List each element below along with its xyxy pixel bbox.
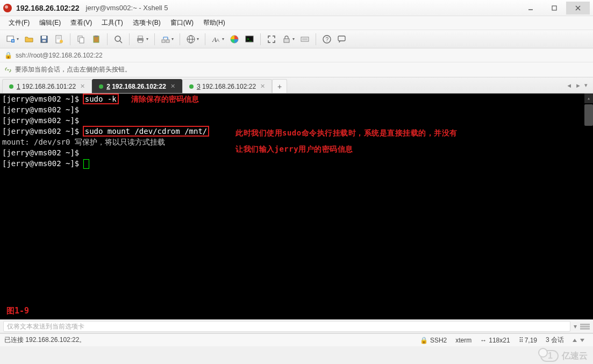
color-wheel-button[interactable]: [227, 32, 242, 47]
send-dropdown-icon[interactable]: ▾: [574, 323, 577, 330]
svg-text:A: A: [216, 38, 219, 43]
menu-window[interactable]: 窗口(W): [166, 17, 198, 29]
hint-bar: 要添加当前会话，点击左侧的箭头按钮。: [0, 62, 593, 77]
address-bar: 🔒 ssh://root@192.168.26.102:22: [0, 48, 593, 62]
status-dot-icon: [9, 84, 13, 89]
add-tab-button[interactable]: +: [272, 79, 287, 93]
menu-file[interactable]: 文件(F): [4, 17, 34, 29]
status-connection: 已连接 192.168.26.102:22。: [4, 336, 85, 345]
menu-bar: 文件(F) 编辑(E) 查看(V) 工具(T) 选项卡(B) 窗口(W) 帮助(…: [0, 16, 593, 30]
status-proto: 🔒 SSH2: [416, 337, 451, 344]
paste-button[interactable]: [89, 32, 104, 47]
menu-tabs[interactable]: 选项卡(B): [128, 17, 165, 29]
svg-rect-22: [138, 36, 142, 38]
divider: [316, 33, 316, 45]
minimize-button[interactable]: [519, 2, 542, 15]
new-tab-button[interactable]: ▾: [3, 32, 22, 47]
print-button[interactable]: ▾: [133, 32, 151, 47]
divider: [107, 33, 108, 45]
svg-text:?: ?: [326, 37, 329, 42]
tab-prev-icon[interactable]: ◄: [566, 82, 572, 89]
status-bar: 已连接 192.168.26.102:22。 🔒 SSH2 xterm ↔ 11…: [0, 333, 593, 346]
status-size: ↔ 118x21: [476, 337, 514, 344]
svg-rect-10: [42, 40, 46, 42]
tab-close-icon[interactable]: ✕: [260, 83, 265, 90]
lock-icon: 🔒: [4, 52, 12, 59]
status-pos: ⠿ 7,19: [515, 337, 541, 344]
annotation-2b: 让我们输入jerry用户的密码信息: [235, 141, 353, 157]
svg-point-19: [115, 36, 120, 41]
figure-label: 图1-9: [6, 305, 29, 316]
properties-button[interactable]: [52, 32, 67, 47]
tab-strip: 1 192.168.26.101:22 ✕ 2 192.168.26.102:2…: [0, 77, 593, 94]
status-dot-icon: [189, 84, 194, 89]
folder-open-button[interactable]: [22, 32, 37, 47]
session-tab-2[interactable]: 2 192.168.26.102:22 ✕: [92, 79, 182, 93]
transfer-button[interactable]: ▾: [158, 32, 176, 47]
session-tab-3[interactable]: 3 192.168.26.102:22 ✕: [182, 79, 272, 93]
svg-rect-16: [80, 38, 84, 43]
title-bar: 192.168.26.102:22 jerry@vms002:~ - Xshel…: [0, 0, 593, 16]
keyboard-button[interactable]: [297, 32, 312, 47]
cloud-icon: 1: [540, 350, 559, 362]
maximize-button[interactable]: [542, 2, 566, 15]
svg-rect-9: [42, 36, 46, 39]
menu-tools[interactable]: 工具(T): [97, 17, 127, 29]
chevron-down-icon: ▾: [292, 37, 295, 41]
toolbar: ▾ ▾ ▾ ▾ AA▾ >_ ▾ ?: [0, 30, 593, 48]
status-dot-icon: [99, 84, 103, 89]
divider: [205, 33, 205, 45]
svg-point-14: [60, 40, 63, 43]
tab-close-icon[interactable]: ✕: [80, 83, 85, 90]
terminal-icon-button[interactable]: >_: [242, 32, 257, 47]
menu-help[interactable]: 帮助(H): [199, 17, 230, 29]
copy-button[interactable]: [74, 32, 89, 47]
chat-button[interactable]: [334, 32, 349, 47]
menu-view[interactable]: 查看(V): [66, 17, 96, 29]
save-button[interactable]: [37, 32, 52, 47]
svg-rect-40: [338, 36, 345, 41]
font-button[interactable]: AA▾: [209, 32, 227, 47]
lock-button[interactable]: ▾: [279, 32, 297, 47]
annotation-1: 清除保存的密码信息: [131, 95, 199, 103]
address-url[interactable]: ssh://root@192.168.26.102:22: [16, 52, 103, 59]
close-button[interactable]: [566, 2, 590, 15]
cursor: [84, 160, 89, 168]
menu-edit[interactable]: 编辑(E): [35, 17, 65, 29]
status-term: xterm: [451, 337, 476, 344]
search-button[interactable]: [111, 32, 126, 47]
fullscreen-button[interactable]: [264, 32, 279, 47]
chevron-down-icon: ▾: [17, 37, 19, 41]
annotation-2a: 此时我们使用sudo命令执行挂载时，系统是直接挂载的，并没有: [235, 125, 458, 141]
svg-text:>_: >_: [247, 37, 252, 41]
divider: [70, 33, 70, 45]
session-tab-1[interactable]: 1 192.168.26.101:22 ✕: [2, 79, 92, 93]
chevron-down-icon: ▾: [146, 37, 148, 41]
tab-close-icon[interactable]: ✕: [170, 83, 175, 90]
title-sub: jerry@vms002:~ - Xshell 5: [86, 4, 168, 12]
svg-line-20: [120, 41, 122, 43]
divider: [129, 33, 130, 45]
chevron-down-icon: ▾: [197, 37, 199, 41]
send-input[interactable]: 仅将文本发送到当前选项卡: [3, 321, 570, 332]
svg-rect-1: [552, 6, 556, 10]
tab-nav: ◄ ► ▾: [566, 77, 591, 93]
help-button[interactable]: ?: [319, 32, 334, 47]
multi-send-icon[interactable]: [580, 324, 590, 330]
send-bar: 仅将文本发送到当前选项卡 ▾: [0, 319, 593, 333]
send-placeholder: 仅将文本发送到当前选项卡: [7, 322, 84, 331]
divider: [180, 33, 180, 45]
tab-list-icon[interactable]: ▾: [584, 82, 588, 89]
status-updown[interactable]: [568, 339, 589, 342]
terminal[interactable]: ▴ [jerry@vms002 ~]$ sudo -k 清除保存的密码信息 [j…: [0, 94, 593, 319]
divider: [260, 33, 261, 45]
svg-rect-34: [284, 39, 289, 42]
highlight-cmd2: sudo mount /dev/cdrom /mnt/: [84, 127, 209, 135]
globe-button[interactable]: ▾: [183, 32, 202, 47]
app-icon: [3, 4, 12, 12]
hint-text: 要添加当前会话，点击左侧的箭头按钮。: [15, 65, 131, 74]
svg-rect-25: [166, 40, 169, 42]
tab-next-icon[interactable]: ►: [575, 82, 581, 89]
link-icon[interactable]: [4, 66, 12, 74]
watermark: 1 亿速云: [540, 350, 588, 362]
